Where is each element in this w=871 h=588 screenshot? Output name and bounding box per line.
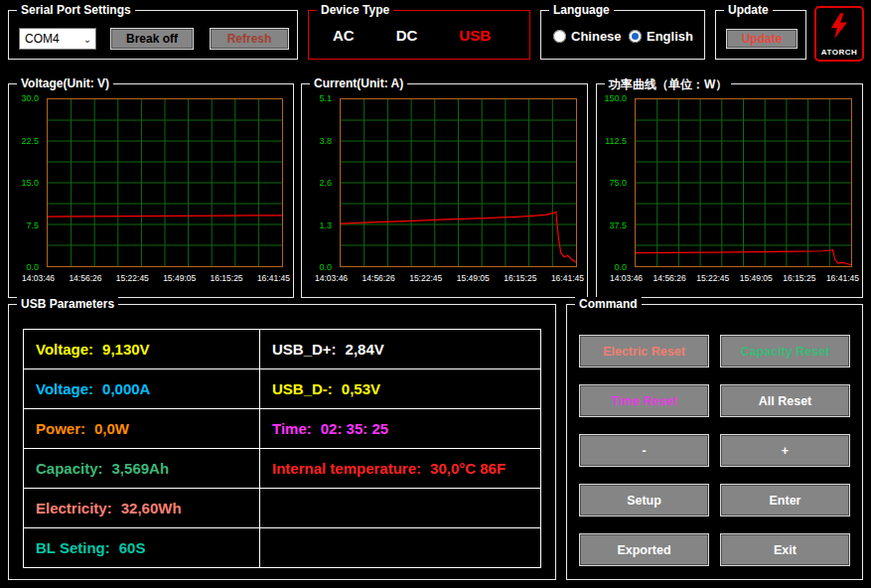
table-row: Voltage: 0,000A USB_D-: 0,53V [24, 368, 540, 408]
x-tick: 16:15:25 [783, 273, 815, 284]
update-button[interactable]: Update [726, 29, 798, 49]
com-port-select[interactable]: COM4 ⌄ [19, 28, 96, 50]
device-type-title: Device Type [317, 3, 393, 17]
param-value: 30,0°C 86F [430, 460, 506, 477]
param-bl-setting: BL Seting: 60S [24, 528, 260, 567]
device-option-ac[interactable]: AC [333, 27, 355, 44]
atorch-logo: ATORCH [814, 6, 864, 62]
device-option-dc[interactable]: DC [396, 27, 418, 44]
device-type-options: AC DC USB [333, 27, 491, 44]
x-tick: 16:15:25 [211, 273, 243, 284]
param-value: 2,84V [346, 341, 384, 358]
voltage-plot-area [47, 98, 283, 267]
x-tick: 15:49:05 [740, 273, 773, 284]
param-voltage-v: Voltage: 9,130V [24, 330, 260, 368]
param-label: Power: [36, 420, 85, 437]
power-chart-title: 功率曲线（单位：W） [605, 76, 731, 93]
param-time: Time: 02: 35: 25 [260, 409, 540, 448]
command-buttons-grid: Electric Reset Capacity Reset Time Reset… [567, 305, 862, 579]
x-tick: 15:22:45 [696, 273, 729, 284]
y-tick: 0.0 [319, 262, 332, 272]
enter-button[interactable]: Enter [720, 484, 850, 516]
language-title: Language [549, 3, 614, 17]
y-tick: 3.8 [319, 136, 332, 146]
param-value: 9,130V [102, 341, 150, 358]
y-tick: 2.6 [319, 178, 332, 188]
device-option-usb[interactable]: USB [459, 27, 491, 44]
break-off-button[interactable]: Break off [110, 28, 194, 50]
param-current-a: Voltage: 0,000A [24, 369, 260, 408]
radio-label-chinese: Chinese [571, 29, 622, 44]
x-tick: 14:56:26 [69, 273, 101, 284]
param-label: USB_D+: [272, 341, 337, 358]
device-type-group: Device Type AC DC USB [308, 10, 530, 60]
time-reset-button[interactable]: Time Reset [579, 384, 709, 417]
param-value: 02: 35: 25 [321, 420, 388, 437]
power-plot-area [635, 98, 852, 267]
param-empty-cell [260, 528, 540, 567]
table-row: Voltage: 9,130V USB_D+: 2,84V [24, 330, 540, 368]
setup-button[interactable]: Setup [579, 484, 709, 516]
x-tick: 15:22:45 [116, 273, 149, 284]
y-tick: 22.5 [21, 136, 39, 146]
update-title: Update [724, 3, 773, 17]
table-row: Power: 0,0W Time: 02: 35: 25 [24, 408, 540, 448]
voltage-x-labels: 14:03:46 14:56:26 15:22:45 15:49:05 16:1… [22, 273, 290, 284]
y-tick: 1.3 [319, 220, 332, 230]
param-label: Time: [272, 420, 312, 437]
param-usb-d-plus: USB_D+: 2,84V [260, 330, 540, 368]
param-label: Voltage: [36, 380, 93, 397]
x-tick: 14:56:26 [653, 273, 686, 284]
param-capacity: Capacity: 3,569Ah [24, 449, 260, 488]
x-tick: 16:41:45 [551, 273, 584, 284]
electric-reset-button[interactable]: Electric Reset [579, 335, 709, 368]
refresh-button[interactable]: Refresh [210, 28, 289, 50]
y-tick: 5.1 [319, 93, 332, 103]
y-tick: 0.0 [614, 262, 627, 272]
current-chart-title: Current(Unit: A) [310, 76, 407, 90]
language-option-english[interactable]: English [629, 29, 693, 44]
x-tick: 16:15:25 [504, 273, 536, 284]
param-electricity: Electricity: 32,60Wh [24, 489, 260, 527]
x-tick: 15:49:05 [457, 273, 490, 284]
param-value: 0,53V [342, 380, 380, 397]
usb-parameters-table: Voltage: 9,130V USB_D+: 2,84V Voltage: 0… [23, 329, 541, 568]
param-usb-d-minus: USB_D-: 0,53V [260, 369, 540, 408]
y-tick: 150.0 [604, 93, 627, 103]
param-value: 3,569Ah [112, 460, 170, 477]
command-group: Command Electric Reset Capacity Reset Ti… [566, 304, 863, 580]
x-tick: 14:03:46 [22, 273, 55, 284]
update-group: Update Update [715, 10, 806, 60]
table-row: BL Seting: 60S [24, 527, 540, 567]
voltage-chart-title: Voltage(Unit: V) [17, 76, 113, 90]
language-option-chinese[interactable]: Chinese [553, 29, 622, 44]
all-reset-button[interactable]: All Reset [720, 384, 850, 417]
radio-selected-icon [629, 30, 642, 43]
capacity-reset-button[interactable]: Capacity Reset [720, 335, 850, 368]
serial-port-settings-group: Serial Port Settings COM4 ⌄ Break off Re… [8, 10, 298, 60]
y-tick: 112.5 [605, 136, 627, 146]
exported-button[interactable]: Exported [579, 533, 709, 566]
atorch-logo-text: ATORCH [821, 48, 857, 57]
param-label: Internal temperature: [272, 460, 421, 477]
y-tick: 75.0 [609, 178, 627, 188]
y-tick: 37.5 [609, 220, 627, 230]
table-row: Capacity: 3,569Ah Internal temperature: … [24, 448, 540, 488]
power-x-labels: 14:03:46 14:56:26 15:22:45 15:49:05 16:1… [610, 273, 859, 284]
plus-button[interactable]: + [720, 434, 850, 467]
param-label: Voltage: [36, 341, 93, 358]
y-tick: 30.0 [21, 93, 39, 103]
exit-button[interactable]: Exit [720, 533, 850, 566]
current-y-ticks: 5.1 3.8 2.6 1.3 0.0 [302, 98, 336, 267]
power-chart-group: 功率曲线（单位：W） 150.0 112.5 75.0 37.5 0.0 14:… [596, 83, 863, 298]
param-power: Power: 0,0W [24, 409, 260, 448]
com-port-value: COM4 [20, 32, 79, 46]
param-value: 60S [119, 539, 146, 556]
lightning-icon [825, 12, 853, 40]
voltage-chart-group: Voltage(Unit: V) 30.0 22.5 15.0 7.5 0.0 … [8, 83, 294, 298]
param-label: USB_D-: [272, 380, 333, 397]
y-tick: 0.0 [26, 262, 39, 272]
param-value: 32,60Wh [121, 500, 182, 516]
minus-button[interactable]: - [579, 434, 709, 467]
power-y-ticks: 150.0 112.5 75.0 37.5 0.0 [597, 98, 631, 267]
